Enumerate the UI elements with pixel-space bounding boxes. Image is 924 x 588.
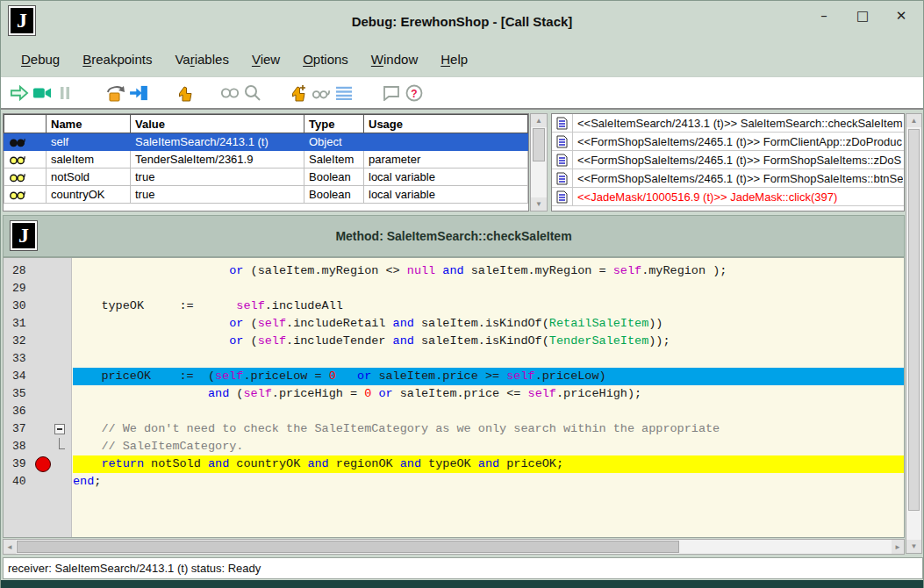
code-text[interactable]: typeOK := self.includeAll [73,298,904,315]
pause-icon[interactable] [54,82,76,104]
code-line-28[interactable]: 28 or (saleItem.myRegion <> null and sal… [4,262,904,280]
menu-bar: DebugBreakpointsVariablesViewOptionsWind… [1,41,923,76]
line-number: 29 [12,280,65,298]
code-line-39[interactable]: 39 return notSold and countryOK and regi… [4,455,904,473]
variable-usage: local variable [364,186,528,204]
code-text[interactable]: // SaleItemCategory. [73,438,904,455]
glasses-icon [4,169,47,186]
add-watch-hand-icon[interactable] [287,82,310,104]
code-line-36[interactable]: 36 [4,403,904,420]
scroll-up-icon[interactable]: ▲ [906,114,921,127]
line-number: 32 [12,333,65,350]
comment-bubble-icon[interactable] [380,82,403,104]
variable-row-self[interactable]: selfSaleItemSearch/2413.1 (t)Object [4,133,528,151]
variable-usage [364,133,528,151]
code-line-33[interactable]: 33 [4,350,904,368]
svg-text:?: ? [411,87,417,99]
code-line-38[interactable]: 38 // SaleItemCategory. [4,438,904,455]
code-line-35[interactable]: 35 and (self.priceHigh = 0 or saleItem.p… [4,385,904,403]
horizontal-scrollbar[interactable]: ◄ ► [3,539,905,555]
call-stack-frame-1[interactable]: <<FormShopSaleItems/2465.1 (t)>> FormCli… [552,133,904,151]
menu-item-help[interactable]: Help [431,48,477,70]
method-document-icon [552,114,573,132]
scroll-down-icon[interactable]: ▼ [531,197,547,211]
code-text[interactable]: and (self.priceHigh = 0 or saleItem.pric… [73,385,904,403]
breakpoint-icon[interactable] [35,456,51,472]
column-header-value[interactable]: Value [131,115,304,133]
code-line-31[interactable]: 31 or (self.includeRetail and saleItem.i… [4,315,904,333]
scroll-thumb[interactable] [908,129,920,511]
continue-icon[interactable] [8,82,31,104]
menu-item-view[interactable]: View [242,48,290,70]
code-text[interactable] [73,403,904,420]
code-text[interactable]: end; [73,473,904,491]
column-header-type[interactable]: Type [304,115,364,133]
variable-row-notSold[interactable]: notSoldtrueBooleanlocal variable [4,169,528,186]
column-header-usage[interactable]: Usage [364,115,528,133]
find-icon[interactable] [241,82,264,104]
menu-item-variables[interactable]: Variables [165,48,238,70]
code-line-32[interactable]: 32 or (self.includeTender and saleItem.i… [4,333,904,350]
scroll-up-icon[interactable]: ▲ [531,114,547,127]
minimize-button[interactable]: – [814,6,834,25]
toolbar: ? [1,76,923,110]
call-stack-frame-3[interactable]: <<FormShopSaleItems/2465.1 (t)>> FormSho… [552,169,904,188]
variable-row-saleItem[interactable]: saleItemTenderSaleItem/2361.9SaleItempar… [4,151,528,169]
code-text[interactable]: or (self.includeTender and saleItem.isKi… [73,333,904,350]
call-stack-frame-2[interactable]: <<FormShopSaleItems/2465.1 (t)>> FormSho… [552,151,904,169]
code-line-37[interactable]: 37 // We don't need to check the SaleIte… [4,420,904,438]
line-number: 34 [12,368,65,385]
scroll-thumb[interactable] [533,128,545,161]
variables-scrollbar[interactable]: ▲ ▼ [530,113,548,212]
close-button[interactable]: ✕ [892,6,911,25]
code-text[interactable]: priceOK := (self.priceLow = 0 or saleIte… [73,368,904,385]
column-header-name[interactable]: Name [47,115,131,133]
scroll-right-icon[interactable]: ► [892,540,904,554]
column-header-icon[interactable] [4,115,47,133]
scroll-thumb[interactable] [17,541,679,553]
variables-header-row: NameValueTypeUsage [4,115,528,133]
menu-item-window[interactable]: Window [362,48,427,70]
variable-usage: parameter [364,151,528,169]
step-over-icon[interactable] [104,82,127,104]
list-lines-icon[interactable] [333,82,355,104]
fold-collapse-icon[interactable] [54,424,65,434]
step-into-icon[interactable] [127,82,150,104]
code-line-34[interactable]: 34 priceOK := (self.priceLow = 0 or sale… [4,368,904,385]
execute-hand-icon[interactable] [173,82,196,104]
variable-name: notSold [47,169,131,186]
scroll-left-icon[interactable]: ◄ [4,540,16,554]
code-line-40[interactable]: 40end; [4,473,904,491]
scroll-down-icon[interactable]: ▼ [906,540,921,553]
maximize-button[interactable]: □ [853,6,872,25]
code-editor[interactable]: 28 or (saleItem.myRegion <> null and sal… [3,257,905,538]
code-text[interactable]: return notSold and countryOK and regionO… [73,455,904,473]
menu-item-breakpoints[interactable]: Breakpoints [73,48,161,70]
code-text[interactable]: or (self.includeRetail and saleItem.isKi… [73,315,904,333]
code-text[interactable] [73,280,904,298]
code-text[interactable] [73,350,904,368]
method-window-header: J Method: SaleItemSearch::checkSaleItem [3,215,905,257]
code-text[interactable]: or (saleItem.myRegion <> null and saleIt… [73,262,904,280]
menu-item-debug[interactable]: Debug [11,48,69,70]
code-line-29[interactable]: 29 [4,280,904,298]
code-text[interactable]: // We don't need to check the SaleItemCa… [73,420,904,438]
fold-tail-icon [59,438,65,449]
call-stack-frame-text: <<SaleItemSearch/2413.1 (t)>> SaleItemSe… [573,117,903,130]
variable-name: self [47,133,131,151]
method-document-icon [552,151,573,169]
inspect-glasses-icon[interactable] [310,82,333,104]
call-stack-frame-4[interactable]: <<JadeMask/1000516.9 (t)>> JadeMask::cli… [552,188,904,206]
record-camera-icon[interactable] [31,82,54,104]
variable-name: countryOK [47,186,131,204]
vertical-scrollbar[interactable]: ▲ ▼ [906,113,922,554]
variable-row-countryOK[interactable]: countryOKtrueBooleanlocal variable [4,186,528,204]
code-line-30[interactable]: 30 typeOK := self.includeAll [4,298,904,315]
variable-value: TenderSaleItem/2361.9 [131,151,304,169]
watch-icon[interactable] [218,82,241,104]
call-stack-frame-0[interactable]: <<SaleItemSearch/2413.1 (t)>> SaleItemSe… [552,114,904,133]
menu-item-options[interactable]: Options [293,48,358,70]
line-number: 28 [12,262,65,280]
help-icon[interactable]: ? [403,82,426,104]
variable-type: Boolean [304,186,364,204]
